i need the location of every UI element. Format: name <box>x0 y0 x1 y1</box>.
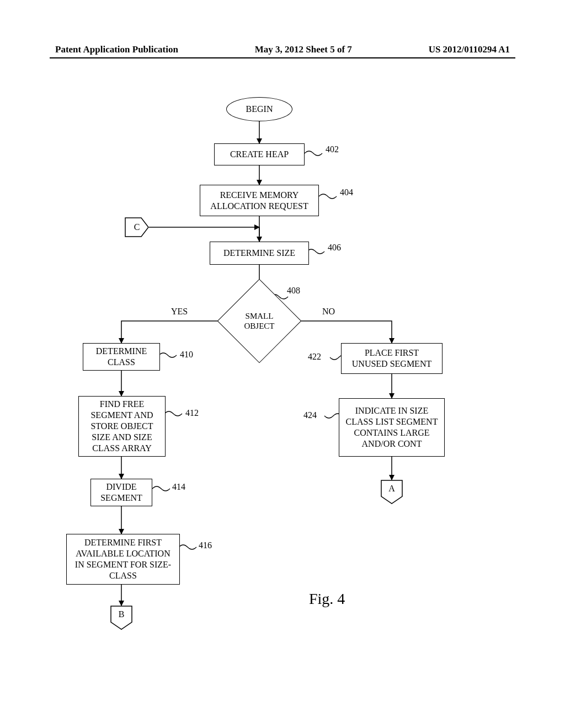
process-indicate-size-class: INDICATE IN SIZE CLASS LIST SEGMENT CONT… <box>339 398 445 457</box>
determine-class-label: DETERMINE CLASS <box>88 346 155 368</box>
offpage-connector-c: C <box>125 217 149 237</box>
process-receive-request: RECEIVE MEMORY ALLOCATION REQUEST <box>200 185 319 216</box>
indicate-size-class-label: INDICATE IN SIZE CLASS LIST SEGMENT CONT… <box>344 405 440 449</box>
flowchart: BEGIN CREATE HEAP 402 RECEIVE MEMORY ALL… <box>50 88 515 667</box>
header-left: Patent Application Publication <box>55 44 178 55</box>
ref-406: 406 <box>328 243 341 253</box>
small-object-label: SMALL OBJECT <box>230 311 289 331</box>
connector-a-label: A <box>388 484 395 494</box>
process-divide-segment: DIVIDE SEGMENT <box>90 479 152 506</box>
create-heap-label: CREATE HEAP <box>230 149 289 160</box>
header-right: US 2012/0110294 A1 <box>429 44 510 55</box>
ref-410: 410 <box>180 350 193 360</box>
receive-request-label: RECEIVE MEMORY ALLOCATION REQUEST <box>205 190 314 212</box>
determine-first-available-label: DETERMINE FIRST AVAILABLE LOCATION IN SE… <box>71 537 175 581</box>
determine-size-label: DETERMINE SIZE <box>223 248 295 259</box>
offpage-connector-b: B <box>110 606 132 630</box>
begin-label: BEGIN <box>246 104 273 114</box>
ref-416: 416 <box>199 540 212 550</box>
process-place-first-unused: PLACE FIRST UNUSED SEGMENT <box>341 343 443 374</box>
process-create-heap: CREATE HEAP <box>214 143 305 165</box>
page-header: Patent Application Publication May 3, 20… <box>0 44 565 55</box>
process-determine-size: DETERMINE SIZE <box>210 242 309 265</box>
connector-c-label: C <box>134 222 140 232</box>
offpage-connector-a: A <box>381 480 403 504</box>
terminator-begin: BEGIN <box>226 97 292 121</box>
place-first-unused-label: PLACE FIRST UNUSED SEGMENT <box>346 347 438 370</box>
ref-422: 422 <box>308 352 321 362</box>
process-determine-first-available: DETERMINE FIRST AVAILABLE LOCATION IN SE… <box>66 534 180 585</box>
ref-424: 424 <box>303 410 317 420</box>
header-rule <box>50 57 515 58</box>
branch-yes: YES <box>171 307 188 317</box>
process-determine-class: DETERMINE CLASS <box>83 343 160 371</box>
ref-404: 404 <box>340 188 353 197</box>
process-find-free-segment: FIND FREE SEGMENT AND STORE OBJECT SIZE … <box>78 396 166 457</box>
ref-408: 408 <box>287 286 300 296</box>
decision-small-object: SMALL OBJECT <box>230 291 289 351</box>
divide-segment-label: DIVIDE SEGMENT <box>95 481 147 504</box>
branch-no: NO <box>322 307 335 317</box>
figure-label: Fig. 4 <box>309 590 345 608</box>
ref-414: 414 <box>172 482 185 492</box>
ref-402: 402 <box>326 144 339 154</box>
ref-412: 412 <box>185 408 199 418</box>
find-free-segment-label: FIND FREE SEGMENT AND STORE OBJECT SIZE … <box>83 399 161 454</box>
header-center: May 3, 2012 Sheet 5 of 7 <box>255 44 352 55</box>
connector-b-label: B <box>119 609 125 619</box>
